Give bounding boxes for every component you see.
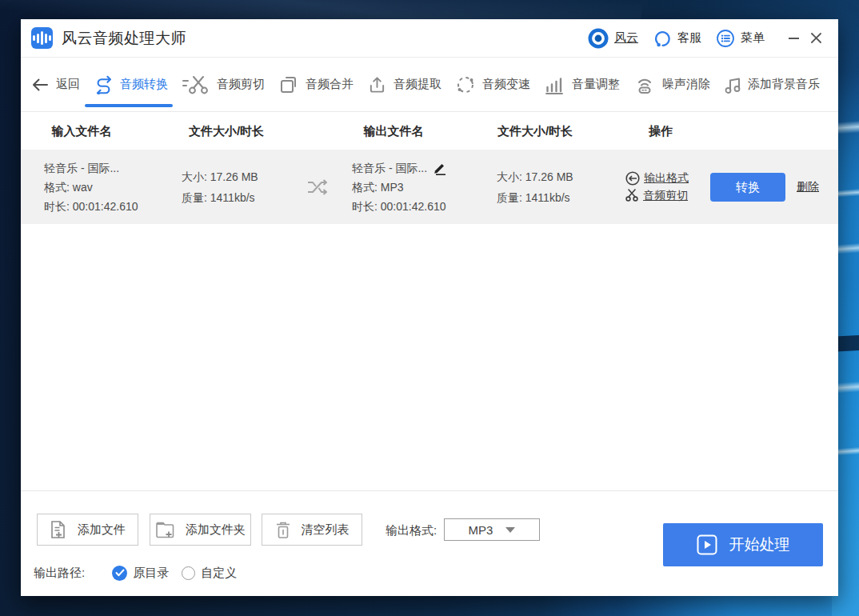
minimize-button[interactable] <box>782 27 805 50</box>
feature-tab-bar: 返回 音频转换 音频剪切 音频合并 <box>21 58 838 112</box>
output-size-info: 大小: 17.26 MB 质量: 1411kb/s <box>497 166 573 208</box>
radio-custom-directory[interactable]: 自定义 <box>182 566 237 581</box>
output-file-format: 格式: MP3 <box>352 178 447 197</box>
convert-button[interactable]: 转换 <box>710 173 785 202</box>
input-file-quality: 质量: 1411kb/s <box>182 187 258 208</box>
output-format-select[interactable]: MP3 <box>444 518 540 541</box>
tab-audio-merge[interactable]: 音频合并 <box>279 58 354 111</box>
radio-unchecked-icon <box>182 566 195 580</box>
tab-back[interactable]: 返回 <box>31 58 80 111</box>
col-output-filename: 输出文件名 <box>364 123 424 138</box>
add-folder-icon <box>155 521 175 538</box>
app-logo-icon <box>31 27 53 49</box>
col-output-size: 文件大小/时长 <box>497 123 573 138</box>
menu-link[interactable]: 菜单 <box>716 29 765 48</box>
table-header: 输入文件名 文件大小/时长 输出文件名 文件大小/时长 操作 <box>21 112 838 150</box>
close-button[interactable] <box>805 27 827 50</box>
input-size-info: 大小: 17.26 MB 质量: 1411kb/s <box>182 166 258 208</box>
volume-bars-icon <box>545 75 565 94</box>
app-title: 风云音频处理大师 <box>62 28 186 49</box>
col-input-filename: 输入文件名 <box>52 123 112 138</box>
trash-icon <box>275 521 291 539</box>
tab-noise-removal[interactable]: 噪声消除 <box>634 58 710 111</box>
input-file-format: 格式: wav <box>44 178 138 197</box>
radio-original-directory[interactable]: 原目录 <box>112 566 169 581</box>
output-format-icon <box>625 171 640 186</box>
radio-checked-icon <box>112 566 127 581</box>
tab-audio-extract[interactable]: 音频提取 <box>368 58 441 111</box>
output-file-info: 轻音乐 - 国际... 格式: MP3 时长: 00:01:42.610 <box>352 158 447 216</box>
audio-cut-link[interactable]: 音频剪切 <box>625 189 689 203</box>
minimize-icon <box>789 38 799 39</box>
output-file-duration: 时长: 00:01:42.610 <box>352 197 447 216</box>
scissors-icon <box>182 75 210 94</box>
output-format-value: MP3 <box>469 523 493 537</box>
menu-icon <box>716 29 735 48</box>
col-input-size: 文件大小/时长 <box>189 123 264 138</box>
bullseye-icon <box>588 28 609 49</box>
start-processing-button[interactable]: 开始处理 <box>663 523 823 566</box>
app-window: 风云音频处理大师 风云 客服 <box>21 19 838 596</box>
tab-volume-adjust[interactable]: 音量调整 <box>545 58 620 111</box>
bottom-toolbar: 添加文件 添加文件夹 清空列表 输出格式: MP3 <box>21 490 838 596</box>
shuffle-icon <box>306 178 330 197</box>
output-format-label: 输出格式: <box>386 523 437 538</box>
output-file-size: 大小: 17.26 MB <box>497 166 573 187</box>
add-file-button[interactable]: 添加文件 <box>37 514 138 546</box>
output-path-label: 输出路径: <box>34 566 85 581</box>
tab-audio-cut[interactable]: 音频剪切 <box>182 58 265 111</box>
input-file-info: 轻音乐 - 国际... 格式: wav 时长: 00:01:42.610 <box>44 158 138 216</box>
speed-icon <box>456 75 475 94</box>
close-icon <box>810 32 822 44</box>
output-file-name: 轻音乐 - 国际... <box>352 158 427 178</box>
col-actions: 操作 <box>649 123 673 138</box>
extract-icon <box>368 75 386 94</box>
edit-pencil-icon[interactable] <box>433 161 447 175</box>
add-folder-button[interactable]: 添加文件夹 <box>150 514 251 546</box>
audio-convert-icon <box>94 74 113 94</box>
back-arrow-icon <box>31 78 49 92</box>
row-actions: 输出格式 音频剪切 <box>625 168 689 206</box>
output-file-quality: 质量: 1411kb/s <box>497 187 573 208</box>
file-row: 轻音乐 - 国际... 格式: wav 时长: 00:01:42.610 大小:… <box>21 150 838 224</box>
clear-list-button[interactable]: 清空列表 <box>262 514 362 546</box>
tab-add-background-music[interactable]: 添加背景音乐 <box>725 58 820 111</box>
output-format-link[interactable]: 输出格式 <box>625 171 689 186</box>
scissors-small-icon <box>625 189 639 202</box>
noise-icon <box>634 75 655 94</box>
tab-audio-convert[interactable]: 音频转换 <box>94 58 168 111</box>
delete-link[interactable]: 删除 <box>797 180 819 194</box>
input-file-size: 大小: 17.26 MB <box>182 166 258 187</box>
add-file-icon <box>50 520 67 539</box>
music-note-icon <box>725 75 741 94</box>
play-icon <box>697 534 717 555</box>
merge-icon <box>279 75 298 94</box>
brand-link[interactable]: 风云 <box>588 28 638 49</box>
customer-service-link[interactable]: 客服 <box>653 29 701 48</box>
input-file-duration: 时长: 00:01:42.610 <box>44 197 138 216</box>
title-bar: 风云音频处理大师 风云 客服 <box>21 19 838 58</box>
output-path-row: 输出路径: 原目录 自定义 <box>34 561 237 585</box>
input-file-name: 轻音乐 - 国际... <box>44 158 138 178</box>
tab-audio-speed[interactable]: 音频变速 <box>456 58 530 111</box>
headset-icon <box>653 29 672 48</box>
dropdown-caret-icon <box>505 527 515 533</box>
